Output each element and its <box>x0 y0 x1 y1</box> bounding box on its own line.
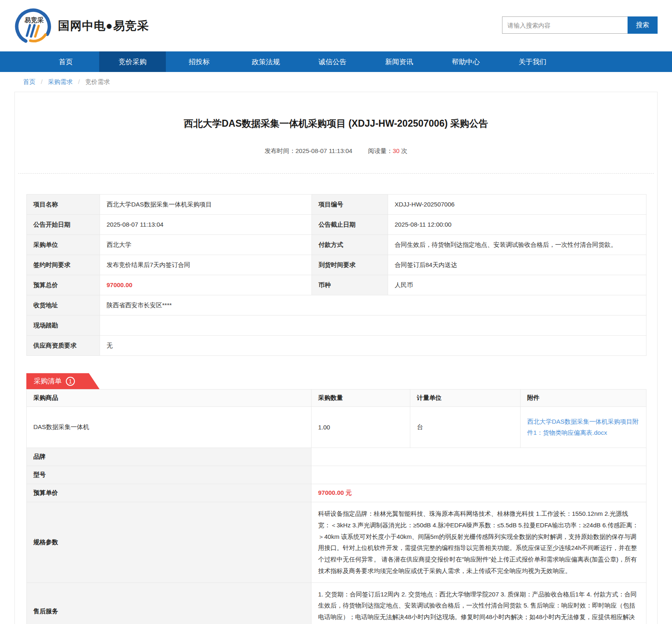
item-product-name: DAS数据采集一体机 <box>27 407 312 448</box>
table-row: 现场踏勘 <box>27 315 646 336</box>
breadcrumb-home-link[interactable]: 首页 <box>23 78 35 85</box>
table-row: 项目名称 西北大学DAS数据采集一体机采购项目 项目编号 XDJJ-HW-202… <box>27 195 646 215</box>
table-row: 型号 <box>27 466 646 484</box>
info-label: 采购单位 <box>27 235 100 255</box>
search-input[interactable] <box>502 16 628 34</box>
purchase-table: 采购商品 采购数量 计量单位 附件 DAS数据采集一体机 1.00 台 西北大学… <box>26 389 646 624</box>
info-value: 无 <box>100 336 646 356</box>
table-row: 公告开始日期 2025-08-07 11:13:04 公告截止日期 2025-0… <box>27 215 646 235</box>
column-header-quantity: 采购数量 <box>312 390 410 407</box>
main-nav: 首页 竞价采购 招投标 政策法规 诚信公告 新闻资讯 帮助中心 关于我们 <box>0 51 672 72</box>
info-value: 2025-08-07 11:13:04 <box>100 215 312 235</box>
column-header-product: 采购商品 <box>27 390 312 407</box>
table-row: 规格参数 科研设备指定品牌：桂林光翼智能科技、珠海原本高科网络技术、桂林微光科技… <box>27 502 646 583</box>
views-unit: 次 <box>401 147 407 154</box>
item-unit: 台 <box>410 407 521 448</box>
info-label: 到货时间要求 <box>312 255 388 275</box>
table-row: 签约时间要求 发布竞价结果后7天内签订合同 到货时间要求 合同签订后84天内送达 <box>27 255 646 275</box>
detail-label: 规格参数 <box>27 502 312 583</box>
info-label: 币种 <box>312 275 388 295</box>
info-value <box>100 315 646 336</box>
table-row: 收货地址 陕西省西安市长安区**** <box>27 295 646 315</box>
column-header-unit: 计量单位 <box>410 390 521 407</box>
info-label: 公告开始日期 <box>27 215 100 235</box>
info-value: 西北大学DAS数据采集一体机采购项目 <box>100 195 312 215</box>
after-sales-value: 1. 交货期：合同签订后12周内 2. 交货地点：西北大学物理学院207 3. … <box>312 582 646 624</box>
info-label: 项目名称 <box>27 195 100 215</box>
info-label: 公告截止日期 <box>312 215 388 235</box>
table-row: 预算单价 97000.00 元 <box>27 484 646 502</box>
logo-wrap: 易竞采 国网中电●易竞采 <box>14 7 149 45</box>
nav-item-tenders[interactable]: 招投标 <box>166 51 233 72</box>
site-header: 易竞采 国网中电●易竞采 搜索 <box>0 0 672 51</box>
column-header-attachment: 附件 <box>521 390 646 407</box>
info-value: 发布竞价结果后7天内签订合同 <box>100 255 312 275</box>
purchase-list-tag: 采购清单 1 <box>26 373 100 389</box>
table-row: 供应商资质要求 无 <box>27 336 646 356</box>
nav-item-integrity-notices[interactable]: 诚信公告 <box>299 51 366 72</box>
breadcrumb-current: 竞价需求 <box>85 78 110 85</box>
detail-label: 品牌 <box>27 448 312 466</box>
info-value: XDJJ-HW-202507006 <box>388 195 646 215</box>
detail-value <box>312 448 646 466</box>
dashed-divider <box>18 173 654 174</box>
logo-text: 易竞采 <box>24 16 44 23</box>
purchase-item-row: DAS数据采集一体机 1.00 台 西北大学DAS数据采集一体机采购项目附件1：… <box>27 407 646 448</box>
content-card: 西北大学DAS数据采集一体机采购项目 (XDJJ-HW-202507006) 采… <box>14 92 658 624</box>
nav-item-news[interactable]: 新闻资讯 <box>366 51 432 72</box>
purchase-header-row: 采购商品 采购数量 计量单位 附件 <box>27 390 646 407</box>
site-logo-icon: 易竞采 <box>14 7 52 45</box>
table-row: 预算总价 97000.00 币种 人民币 <box>27 275 646 295</box>
breadcrumb-separator: / <box>78 78 80 85</box>
table-row: 采购单位 西北大学 付款方式 合同生效后，待货物到达指定地点、安装调试验收合格后… <box>27 235 646 255</box>
info-value: 合同生效后，待货物到达指定地点、安装调试验收合格后，一次性付清合同货款。 <box>388 235 646 255</box>
detail-label: 预算单价 <box>27 484 312 502</box>
spec-params-value: 科研设备指定品牌：桂林光翼智能科技、珠海原本高科网络技术、桂林微光科技 1.工作… <box>312 502 646 583</box>
nav-item-policies[interactable]: 政策法规 <box>233 51 299 72</box>
views-count: 30 <box>393 147 400 154</box>
info-label: 签约时间要求 <box>27 255 100 275</box>
info-label: 项目编号 <box>312 195 388 215</box>
table-row: 品牌 <box>27 448 646 466</box>
purchase-list-count-badge: 1 <box>66 377 75 386</box>
info-value: 人民币 <box>388 275 646 295</box>
info-value: 陕西省西安市长安区**** <box>100 295 646 315</box>
article-meta: 发布时间：2025-08-07 11:13:04阅读量：30 次 <box>15 147 657 155</box>
nav-item-about-us[interactable]: 关于我们 <box>499 51 566 72</box>
views-label: 阅读量： <box>368 147 393 154</box>
detail-value <box>312 466 646 484</box>
breadcrumb-separator: / <box>41 78 42 85</box>
info-label: 预算总价 <box>27 275 100 295</box>
nav-item-home[interactable]: 首页 <box>33 51 99 72</box>
publish-time-value: 2025-08-07 11:13:04 <box>295 147 352 154</box>
nav-item-bidding-purchase[interactable]: 竞价采购 <box>99 51 166 72</box>
breadcrumb-procurement-link[interactable]: 采购需求 <box>48 78 73 85</box>
page-title: 西北大学DAS数据采集一体机采购项目 (XDJJ-HW-202507006) 采… <box>15 92 657 130</box>
search-box: 搜索 <box>502 16 658 34</box>
site-title: 国网中电●易竞采 <box>58 18 149 34</box>
project-info-table: 项目名称 西北大学DAS数据采集一体机采购项目 项目编号 XDJJ-HW-202… <box>26 194 646 356</box>
info-value: 2025-08-11 12:00:00 <box>388 215 646 235</box>
info-label: 付款方式 <box>312 235 388 255</box>
purchase-list-tag-label: 采购清单 <box>34 376 62 386</box>
attachment-link[interactable]: 西北大学DAS数据采集一体机采购项目附件1：货物类响应偏离表.docx <box>527 416 639 438</box>
detail-label: 售后服务 <box>27 582 312 624</box>
breadcrumb: 首页 / 采购需求 / 竞价需求 <box>0 72 672 92</box>
info-value: 合同签订后84天内送达 <box>388 255 646 275</box>
publish-time-label: 发布时间： <box>265 147 295 154</box>
item-quantity: 1.00 <box>312 407 410 448</box>
table-row: 售后服务 1. 交货期：合同签订后12周内 2. 交货地点：西北大学物理学院20… <box>27 582 646 624</box>
budget-total-value: 97000.00 <box>100 275 312 295</box>
info-value: 西北大学 <box>100 235 312 255</box>
info-label: 现场踏勘 <box>27 315 100 336</box>
unit-price-value: 97000.00 元 <box>312 484 646 502</box>
detail-label: 型号 <box>27 466 312 484</box>
nav-item-help-center[interactable]: 帮助中心 <box>432 51 499 72</box>
search-button[interactable]: 搜索 <box>628 16 658 34</box>
info-label: 收货地址 <box>27 295 100 315</box>
info-label: 供应商资质要求 <box>27 336 100 356</box>
